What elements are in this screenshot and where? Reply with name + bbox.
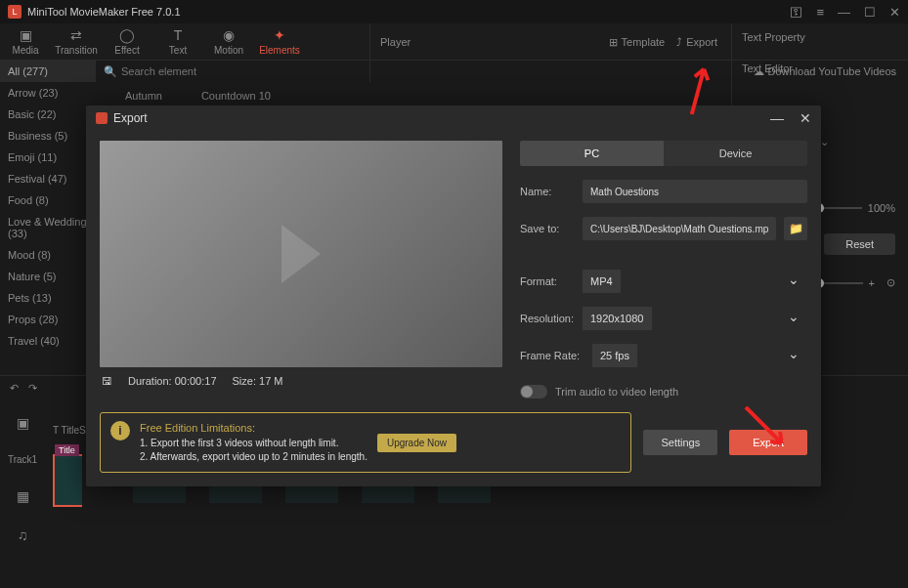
menu-icon[interactable]: ≡ xyxy=(816,5,824,20)
video-clip[interactable]: Title xyxy=(53,454,82,507)
image-icon[interactable]: ▦ xyxy=(17,488,29,504)
trim-audio-label: Trim audio to video length xyxy=(555,386,678,398)
limitations-title: Free Edition Limitations: xyxy=(140,421,368,435)
export-icon: ⤴ xyxy=(676,36,682,48)
tab-transition[interactable]: ⇄Transition xyxy=(51,23,102,60)
minimize-modal-button[interactable]: — xyxy=(770,110,784,126)
panel-title: Text Property xyxy=(742,31,895,43)
sidebar-item[interactable]: Love & Wedding (33) xyxy=(0,211,96,244)
plus-icon[interactable]: + xyxy=(869,277,875,289)
template-button[interactable]: ⊞Template xyxy=(609,36,666,49)
panel-subtitle: Text Editor xyxy=(742,63,895,74)
sidebar-item[interactable]: Business (5) xyxy=(0,125,96,147)
play-icon xyxy=(281,225,321,283)
transition-icon: ⇄ xyxy=(70,27,82,43)
saveto-input[interactable] xyxy=(583,217,776,240)
key-icon[interactable]: ⚿ xyxy=(790,5,802,20)
app-logo: L xyxy=(8,5,22,19)
toolbar-export-button[interactable]: ⤴Export xyxy=(676,36,717,48)
modal-title: Export xyxy=(113,111,148,125)
export-button[interactable]: Export xyxy=(729,430,807,455)
upgrade-button[interactable]: Upgrade Now xyxy=(377,434,456,452)
sidebar-item[interactable]: Food (8) xyxy=(0,189,96,211)
folder-icon: ▣ xyxy=(20,27,32,43)
limitations-line-2: 2. Afterwards, export video up to 2 minu… xyxy=(140,450,368,464)
maximize-button[interactable]: ☐ xyxy=(864,5,876,20)
effect-icon: ◯ xyxy=(119,27,135,43)
sidebar-item[interactable]: Festival (47) xyxy=(0,168,96,189)
sidebar-item[interactable]: Props (28) xyxy=(0,309,96,330)
saveto-label: Save to: xyxy=(520,223,575,234)
minimize-button[interactable]: — xyxy=(838,5,850,20)
settings-button[interactable]: Settings xyxy=(643,430,717,455)
app-title: MiniTool MovieMaker Free 7.0.1 xyxy=(27,6,790,18)
framerate-select[interactable]: 25 fps xyxy=(592,344,637,367)
search-icon: 🔍 xyxy=(104,65,117,78)
clip-badge: Title xyxy=(55,444,79,456)
undo-icon[interactable]: ↶ xyxy=(10,382,19,395)
close-modal-button[interactable]: ✕ xyxy=(800,110,811,126)
layer-icon[interactable]: ▣ xyxy=(17,415,29,431)
duration-label: Duration: 00:00:17 xyxy=(128,375,217,387)
player-label: Player xyxy=(380,36,411,48)
sidebar-item[interactable]: Pets (13) xyxy=(0,287,96,309)
name-label: Name: xyxy=(520,186,575,197)
motion-icon: ◉ xyxy=(223,27,235,43)
folder-icon: 📁 xyxy=(789,222,803,235)
framerate-label: Frame Rate: xyxy=(520,350,584,361)
sidebar-item[interactable]: Arrow (23) xyxy=(0,82,96,104)
size-label: Size: 17 M xyxy=(233,375,283,387)
format-label: Format: xyxy=(520,275,575,287)
export-dialog: Export — ✕ 🖫 Duration: 00:00:17 Size: 17… xyxy=(86,105,821,486)
export-target-tabs: PC Device xyxy=(520,141,807,166)
sidebar-item[interactable]: Mood (8) xyxy=(0,244,96,266)
tab-pc[interactable]: PC xyxy=(520,141,664,166)
fit-icon[interactable]: ⊙ xyxy=(886,276,895,289)
track-label: Track1 xyxy=(8,454,37,465)
tab-motion[interactable]: ◉Motion xyxy=(203,23,254,60)
resolution-label: Resolution: xyxy=(520,313,575,324)
limitations-banner: i Free Edition Limitations: 1. Export th… xyxy=(100,412,631,473)
resolution-select[interactable]: 1920x1080 xyxy=(583,307,652,330)
format-select[interactable]: MP4 xyxy=(583,270,621,293)
browse-folder-button[interactable]: 📁 xyxy=(784,217,807,240)
search-input[interactable] xyxy=(121,65,238,77)
sidebar-item[interactable]: Nature (5) xyxy=(0,266,96,287)
elements-icon: ✦ xyxy=(274,27,285,43)
app-logo-icon xyxy=(96,112,108,124)
limitations-line-1: 1. Export the first 3 videos without len… xyxy=(140,437,368,450)
tab-text[interactable]: TText xyxy=(152,23,203,60)
sidebar-item[interactable]: Emoji (11) xyxy=(0,147,96,168)
sidebar-header[interactable]: All (277) xyxy=(0,61,96,82)
text-icon: T xyxy=(174,27,183,43)
title-bar: L MiniTool MovieMaker Free 7.0.1 ⚿ ≡ — ☐… xyxy=(0,0,908,23)
close-window-button[interactable]: ✕ xyxy=(889,5,900,20)
category-sidebar: Arrow (23) Basic (22) Business (5) Emoji… xyxy=(0,82,96,375)
opacity-value: 100% xyxy=(868,202,895,214)
music-icon[interactable]: ♫ xyxy=(18,527,28,543)
element-thumb-label[interactable]: Autumn xyxy=(125,90,162,102)
reset-button[interactable]: Reset xyxy=(824,233,895,255)
info-icon: i xyxy=(110,421,130,441)
redo-icon[interactable]: ↷ xyxy=(28,382,37,395)
tab-device[interactable]: Device xyxy=(664,141,807,166)
tab-media[interactable]: ▣Media xyxy=(0,23,51,60)
tab-effect[interactable]: ◯Effect xyxy=(102,23,152,60)
template-icon: ⊞ xyxy=(609,36,618,49)
save-icon: 🖫 xyxy=(102,375,112,387)
titles-clip-label: T TitleS xyxy=(53,425,86,436)
name-input[interactable] xyxy=(583,180,807,203)
sidebar-item[interactable]: Travel (40) xyxy=(0,330,96,352)
tab-elements[interactable]: ✦Elements xyxy=(254,23,305,60)
sidebar-item[interactable]: Basic (22) xyxy=(0,104,96,125)
export-preview xyxy=(100,141,502,367)
trim-audio-toggle[interactable] xyxy=(520,385,547,399)
element-thumb-label[interactable]: Countdown 10 xyxy=(201,90,271,102)
player-panel: Player ⊞Template ⤴Export xyxy=(369,23,727,82)
